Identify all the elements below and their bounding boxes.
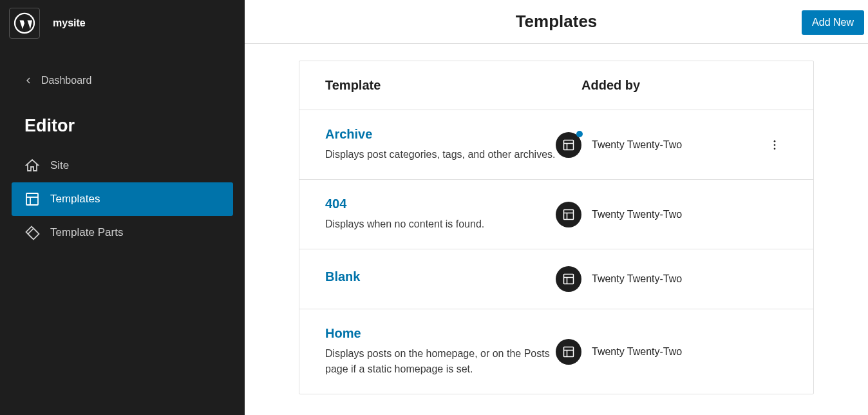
added-by-cell: Twenty Twenty-Two [556,339,762,365]
added-by-text: Twenty Twenty-Two [592,273,682,285]
editor-nav: Site Templates Template Parts [0,149,245,249]
template-description: Displays post categories, tags, and othe… [325,147,556,162]
svg-rect-15 [564,275,574,284]
site-header: mysite [0,0,245,46]
template-cell: Blank [325,269,556,289]
theme-icon [556,202,581,227]
nav-label: Template Parts [50,226,123,239]
template-name-link[interactable]: Home [325,326,556,341]
nav-item-template-parts[interactable]: Template Parts [12,216,233,249]
nav-label: Site [50,159,69,172]
template-name-link[interactable]: Blank [325,269,556,284]
main-content: Templates Add New Template Added by Arch… [245,0,868,415]
added-by-text: Twenty Twenty-Two [592,139,682,151]
nav-item-site[interactable]: Site [12,149,233,182]
add-new-button[interactable]: Add New [802,10,864,35]
layout-icon [562,139,575,151]
customized-dot-icon [576,131,583,137]
theme-icon [556,339,581,365]
template-cell: 404 Displays when no content is found. [325,197,556,232]
dashboard-back-link[interactable]: Dashboard [0,64,245,97]
layers-icon [24,225,40,240]
layout-icon [562,345,575,358]
wordpress-logo-icon[interactable] [9,8,40,39]
top-bar: Templates Add New [245,0,868,44]
added-by-cell: Twenty Twenty-Two [556,266,762,292]
svg-rect-12 [564,209,574,219]
theme-icon [556,266,581,292]
added-by-text: Twenty Twenty-Two [592,346,682,358]
theme-icon [556,132,581,158]
editor-heading: Editor [0,97,245,149]
template-cell: Home Displays posts on the homepage, or … [325,326,556,377]
svg-point-11 [774,148,776,150]
more-vertical-icon [768,139,781,151]
svg-rect-5 [28,229,39,240]
template-name-link[interactable]: Archive [325,127,556,142]
layout-icon [562,273,575,285]
template-name-link[interactable]: 404 [325,197,556,211]
content-area: Template Added by Archive Displays post … [245,44,868,411]
table-row: Blank Twenty Twenty-Two [299,249,813,309]
home-icon [24,158,40,173]
template-description: Displays when no content is found. [325,217,556,232]
page-title: Templates [516,12,598,32]
added-by-cell: Twenty Twenty-Two [556,132,762,158]
sidebar: mysite Dashboard Editor Site Templates T… [0,0,245,415]
table-row: Home Displays posts on the homepage, or … [299,309,813,394]
table-header: Template Added by [299,61,813,110]
added-by-cell: Twenty Twenty-Two [556,202,762,227]
table-row: 404 Displays when no content is found. T… [299,180,813,249]
template-cell: Archive Displays post categories, tags, … [325,127,556,162]
svg-rect-6 [564,140,574,150]
row-actions-button[interactable] [762,139,788,151]
site-name[interactable]: mysite [53,17,86,29]
col-header-template: Template [325,78,581,93]
template-description: Displays posts on the homepage, or on th… [325,346,556,377]
col-header-added-by: Added by [581,78,788,93]
nav-label: Templates [50,193,100,206]
nav-item-templates[interactable]: Templates [12,182,233,216]
templates-table: Template Added by Archive Displays post … [299,61,814,394]
svg-point-10 [774,144,776,146]
dashboard-label: Dashboard [41,75,91,86]
table-row: Archive Displays post categories, tags, … [299,110,813,180]
svg-rect-18 [564,347,574,356]
svg-rect-1 [26,193,38,205]
layout-icon [562,208,575,221]
svg-point-9 [774,140,776,142]
added-by-text: Twenty Twenty-Two [592,209,682,220]
chevron-left-icon [23,75,33,86]
layout-icon [24,191,40,207]
